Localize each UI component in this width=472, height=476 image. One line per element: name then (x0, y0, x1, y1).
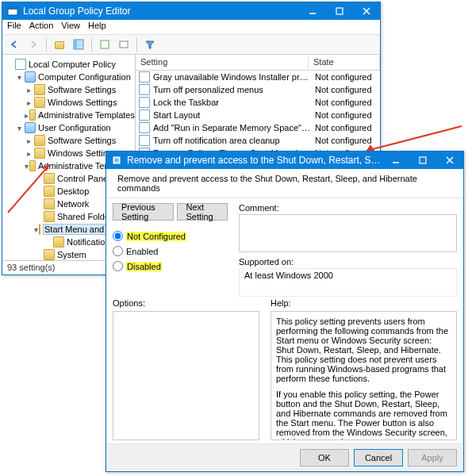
setting-icon (139, 109, 150, 121)
menu-action[interactable]: Action (29, 21, 54, 34)
folder-icon (29, 160, 36, 171)
setting-icon (139, 84, 150, 95)
expand-icon[interactable]: ▸ (25, 98, 33, 107)
close-button[interactable] (353, 2, 380, 20)
forward-button[interactable] (25, 36, 42, 53)
tree-item-label: Software Settings (48, 136, 116, 145)
setting-state: Not configured (312, 136, 380, 145)
svg-rect-1 (8, 7, 17, 10)
expand-icon[interactable]: ▸ (25, 136, 33, 145)
svg-point-15 (114, 158, 119, 163)
up-button[interactable] (51, 36, 68, 53)
radio-enabled[interactable] (113, 246, 123, 256)
tree-item[interactable]: ▾Computer Configuration (6, 71, 135, 83)
gpedit-titlebar[interactable]: Local Group Policy Editor (2, 2, 380, 20)
help-textbox[interactable]: This policy setting prevents users from … (271, 311, 457, 440)
col-state[interactable]: State (309, 55, 380, 70)
tree-item-label: Administrative Templates (38, 110, 135, 120)
list-header: Setting State (136, 55, 380, 71)
gpedit-menubar: File Action View Help (2, 20, 380, 34)
tree-item[interactable]: ▸Administrative Templates (6, 109, 135, 121)
maximize-button[interactable] (326, 2, 353, 20)
supported-on-label: Supported on: (239, 257, 457, 267)
minimize-button[interactable] (299, 2, 326, 20)
policy-dialog: Remove and prevent access to the Shut Do… (106, 151, 464, 472)
tree-item-label: System (57, 250, 86, 259)
radio-not-configured[interactable] (113, 231, 123, 241)
dialog-button-row: OK Cancel Apply (106, 443, 463, 471)
properties-button[interactable] (96, 36, 113, 53)
list-row[interactable]: Turn off notification area cleanupNot co… (136, 134, 380, 147)
filter-button[interactable] (141, 36, 159, 53)
folder-icon (29, 109, 36, 121)
list-row[interactable]: Gray unavailable Windows Installer progr… (136, 71, 380, 83)
toolbar-separator (91, 37, 92, 52)
folder-icon (44, 198, 55, 209)
tree-item[interactable]: Local Computer Policy (6, 58, 135, 71)
expand-icon[interactable]: ▾ (15, 124, 24, 132)
setting-name: Turn off notification area cleanup (153, 136, 312, 145)
dialog-heading-row: Remove and prevent access to the Shut Do… (106, 169, 463, 198)
expand-icon[interactable]: ▾ (34, 225, 38, 234)
setting-name: Gray unavailable Windows Installer progr… (153, 72, 312, 82)
export-button[interactable] (115, 36, 132, 53)
setting-state: Not configured (312, 85, 380, 94)
tree-item[interactable]: ▸Windows Settings (6, 96, 135, 109)
tree-item[interactable]: ▸Software Settings (6, 134, 135, 147)
folder-icon (44, 249, 55, 260)
setting-icon (139, 135, 150, 146)
setting-icon (139, 97, 150, 108)
expand-icon[interactable]: ▾ (15, 73, 24, 82)
radio-not-configured-label: Not Configured (126, 232, 186, 241)
comment-textbox[interactable] (239, 214, 457, 252)
minimize-button[interactable] (382, 152, 409, 169)
tree-item[interactable]: ▸Software Settings (6, 83, 135, 96)
setting-state: Not configured (312, 110, 380, 120)
gpedit-toolbar (2, 34, 380, 55)
radio-disabled[interactable] (113, 261, 123, 271)
svg-rect-8 (101, 40, 109, 48)
expand-icon[interactable]: ▸ (25, 86, 33, 94)
conf-icon (25, 122, 36, 133)
previous-setting-button[interactable]: Previous Setting (113, 203, 174, 221)
folder-icon (34, 97, 45, 108)
menu-help[interactable]: Help (88, 21, 106, 34)
list-row[interactable]: Lock the TaskbarNot configured (136, 96, 380, 109)
comment-label: Comment: (239, 203, 457, 213)
apply-button[interactable]: Apply (408, 449, 457, 466)
setting-state: Not configured (312, 98, 380, 107)
tree-item-label: Software Settings (48, 85, 116, 94)
cancel-button[interactable]: Cancel (354, 449, 403, 466)
menu-view[interactable]: View (61, 21, 80, 34)
list-row[interactable]: Start LayoutNot configured (136, 109, 380, 121)
col-setting[interactable]: Setting (136, 55, 309, 70)
expand-icon[interactable]: ▸ (25, 149, 33, 158)
radio-disabled-label: Disabled (126, 262, 162, 271)
setting-icon (139, 71, 150, 83)
setting-name: Add "Run in Separate Memory Space" check… (153, 123, 312, 132)
ok-button[interactable]: OK (300, 449, 349, 466)
expand-icon[interactable]: ▸ (25, 111, 29, 120)
maximize-button[interactable] (409, 152, 436, 169)
folder-icon (55, 41, 64, 49)
list-row[interactable]: Add "Run in Separate Memory Space" check… (136, 121, 380, 134)
dialog-titlebar[interactable]: Remove and prevent access to the Shut Do… (106, 152, 463, 169)
close-button[interactable] (436, 152, 463, 169)
folder-icon (44, 173, 55, 184)
back-button[interactable] (6, 36, 23, 53)
tree-item[interactable]: ▾User Configuration (6, 121, 135, 134)
tree-item-label: Windows Settings (48, 98, 117, 107)
setting-name: Lock the Taskbar (153, 98, 312, 107)
show-tree-button[interactable] (70, 36, 87, 53)
setting-name: Turn off personalized menus (153, 85, 312, 94)
list-row[interactable]: Turn off personalized menusNot configure… (136, 83, 380, 96)
menu-file[interactable]: File (7, 21, 21, 34)
next-setting-button[interactable]: Next Setting (177, 203, 228, 221)
gpedit-icon (7, 6, 18, 17)
expand-icon[interactable]: ▾ (25, 162, 29, 171)
folder-icon (34, 84, 45, 95)
setting-icon (139, 122, 150, 133)
folder-icon (39, 224, 40, 235)
policy-icon (15, 59, 26, 70)
folder-icon (34, 148, 45, 159)
